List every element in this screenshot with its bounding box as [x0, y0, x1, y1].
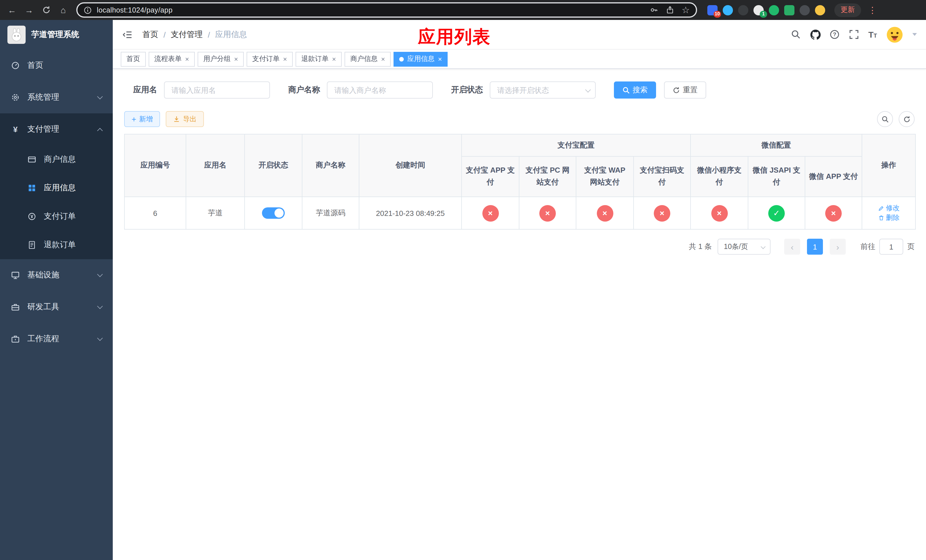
back-icon[interactable]: ←	[5, 3, 20, 17]
url-text[interactable]: localhost:1024/pay/app	[97, 6, 645, 14]
help-icon[interactable]: ?	[829, 29, 840, 39]
next-page-button[interactable]: ›	[830, 239, 846, 255]
app-name-cell: 芋道	[208, 209, 223, 217]
sidebar-item-refund-orders[interactable]: 退款订单	[0, 231, 113, 259]
group-header-alipay: 支付宝配置	[461, 134, 690, 156]
page-size-select[interactable]: 10条/页	[717, 239, 770, 255]
app-name-input[interactable]	[164, 82, 270, 98]
close-icon[interactable]: ×	[234, 56, 238, 62]
reset-button-label: 重置	[683, 85, 698, 95]
wechat-jsapi-status-icon: ✓	[768, 205, 785, 221]
sidebar-item-payment-orders[interactable]: 支付订单	[0, 202, 113, 231]
sidebar-item-label: 支付订单	[44, 211, 76, 222]
tab-process-form[interactable]: 流程表单×	[149, 51, 195, 67]
fullscreen-icon[interactable]	[849, 29, 859, 39]
browser-update-button[interactable]: 更新	[834, 3, 861, 17]
status-select[interactable]	[490, 82, 596, 98]
export-button[interactable]: 导出	[166, 111, 204, 127]
app-table: 应用编号 应用名 开启状态 商户名称 创建时间 支付宝配置 微信配置 操作 支付…	[124, 134, 916, 230]
site-info-icon[interactable]	[83, 5, 92, 15]
extension-icon[interactable]	[738, 5, 748, 15]
extension-badge: 10	[714, 11, 721, 17]
tab-home[interactable]: 首页	[121, 51, 146, 67]
home-icon[interactable]: ⌂	[56, 3, 71, 17]
share-icon[interactable]	[665, 5, 674, 15]
forward-icon[interactable]: →	[22, 3, 36, 17]
refresh-table-icon[interactable]	[899, 111, 915, 127]
tab-app-info[interactable]: 应用信息×	[393, 51, 448, 67]
sidebar-item-payment[interactable]: ¥ 支付管理	[0, 114, 113, 145]
address-bar[interactable]: localhost:1024/pay/app ☆	[76, 2, 697, 18]
col-header-wechat-jsapi: 微信 JSAPI 支付	[748, 156, 805, 197]
navbar-actions: ? TT	[791, 26, 917, 43]
merchant-cell: 芋道源码	[316, 209, 345, 217]
alipay-qr-status-icon: ×	[654, 205, 670, 221]
filter-label: 商户名称	[288, 85, 320, 95]
filter-label: 开启状态	[451, 85, 483, 95]
chevron-down-icon	[97, 271, 103, 277]
sidebar-item-workflow[interactable]: 工作流程	[0, 323, 113, 355]
close-icon[interactable]: ×	[283, 56, 287, 62]
extension-icon[interactable]	[769, 5, 779, 15]
document-icon	[27, 241, 36, 250]
enabled-toggle[interactable]	[262, 207, 285, 219]
extension-icon[interactable]	[723, 5, 733, 15]
breadcrumb-separator: /	[163, 30, 166, 39]
password-key-icon[interactable]	[649, 5, 658, 15]
sidebar-item-label: 工作流程	[27, 334, 59, 344]
font-size-icon[interactable]: TT	[868, 30, 877, 39]
browser-menu-icon[interactable]: ⋮	[868, 5, 877, 15]
pin-extension-icon[interactable]	[800, 5, 810, 15]
col-header-alipay-wap: 支付宝 WAP 网站支付	[576, 156, 634, 197]
sidebar-item-system[interactable]: 系统管理	[0, 82, 113, 114]
collapse-sidebar-icon[interactable]	[122, 29, 133, 40]
tab-payment-orders[interactable]: 支付订单×	[247, 51, 293, 67]
sidebar-item-label: 支付管理	[27, 124, 59, 135]
toggle-search-icon[interactable]	[877, 111, 893, 127]
tab-refund-orders[interactable]: 退款订单×	[295, 51, 342, 67]
filter-app-name: 应用名	[133, 82, 270, 98]
delete-link[interactable]: 删除	[878, 213, 900, 223]
close-icon[interactable]: ×	[185, 56, 189, 62]
reload-icon[interactable]	[39, 3, 53, 17]
extension-icon[interactable]	[784, 5, 794, 15]
tab-merchant-info[interactable]: 商户信息×	[345, 51, 391, 67]
avatar-extension-icon[interactable]	[815, 5, 825, 15]
gear-icon	[11, 93, 20, 102]
close-icon[interactable]: ×	[381, 56, 385, 62]
monitor-icon	[11, 271, 20, 280]
page-number-button[interactable]: 1	[807, 239, 823, 255]
tab-user-group[interactable]: 用户分组×	[198, 51, 244, 67]
extension-icon[interactable]: 10	[707, 5, 717, 15]
total-count: 共 1 条	[689, 242, 712, 252]
chevron-down-icon	[97, 335, 103, 341]
breadcrumb-home[interactable]: 首页	[142, 29, 158, 39]
sidebar-item-home[interactable]: 首页	[0, 50, 113, 82]
user-avatar[interactable]	[886, 26, 903, 43]
breadcrumb-payment[interactable]: 支付管理	[171, 29, 203, 39]
prev-page-button[interactable]: ‹	[784, 239, 800, 255]
sidebar-item-infrastructure[interactable]: 基础设施	[0, 259, 113, 291]
bookmark-star-icon[interactable]: ☆	[681, 5, 690, 15]
close-icon[interactable]: ×	[438, 56, 442, 62]
search-button[interactable]: 搜索	[614, 82, 656, 98]
active-dot	[399, 57, 404, 61]
add-button[interactable]: + 新增	[124, 111, 160, 127]
reset-button[interactable]: 重置	[664, 82, 706, 98]
sidebar-item-dev-tools[interactable]: 研发工具	[0, 291, 113, 323]
merchant-name-input[interactable]	[327, 82, 433, 98]
yen-icon: ¥	[11, 125, 20, 134]
user-menu-caret-icon[interactable]	[912, 33, 917, 36]
goto-page-input[interactable]	[879, 239, 903, 255]
sidebar-item-app-info[interactable]: 应用信息	[0, 174, 113, 202]
search-icon[interactable]	[791, 29, 801, 39]
status-select-input[interactable]	[490, 82, 596, 98]
sidebar-item-merchant-info[interactable]: 商户信息	[0, 145, 113, 174]
close-icon[interactable]: ×	[332, 56, 336, 62]
github-icon[interactable]	[810, 29, 820, 39]
page-content: 应用名 商户名称 开启状态	[113, 69, 926, 560]
profile-extension-icon[interactable]: 1	[754, 5, 764, 15]
app-window: 芋道管理系统 首页 系统管理 ¥ 支付管理	[0, 20, 926, 560]
sidebar-item-label: 研发工具	[27, 302, 59, 312]
edit-link[interactable]: 修改	[878, 203, 900, 213]
